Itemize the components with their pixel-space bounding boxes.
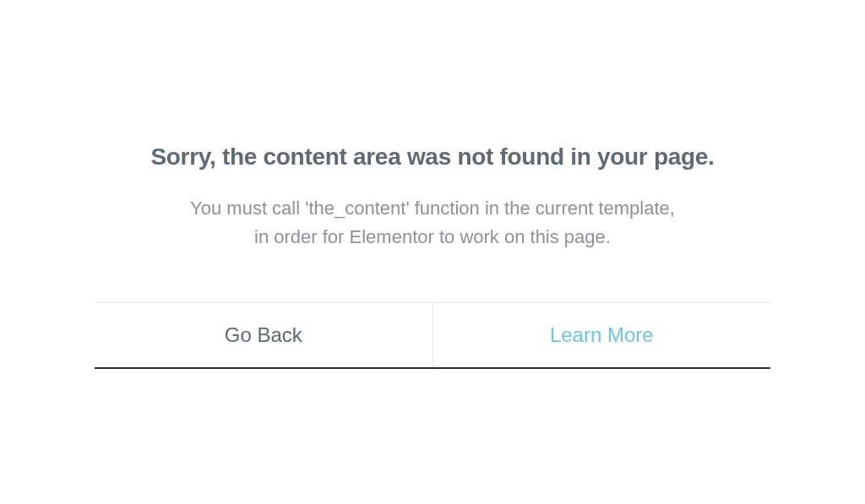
error-dialog: Sorry, the content area was not found in… [95,144,770,369]
dialog-title: Sorry, the content area was not found in… [95,144,770,171]
learn-more-button[interactable]: Learn More [432,303,771,367]
dialog-description: You must call 'the_content' function in … [95,194,770,252]
dialog-button-row: Go Back Learn More [95,302,770,369]
description-line-1: You must call 'the_content' function in … [190,198,675,219]
description-line-2: in order for Elementor to work on this p… [254,226,611,247]
go-back-button[interactable]: Go Back [95,303,432,367]
